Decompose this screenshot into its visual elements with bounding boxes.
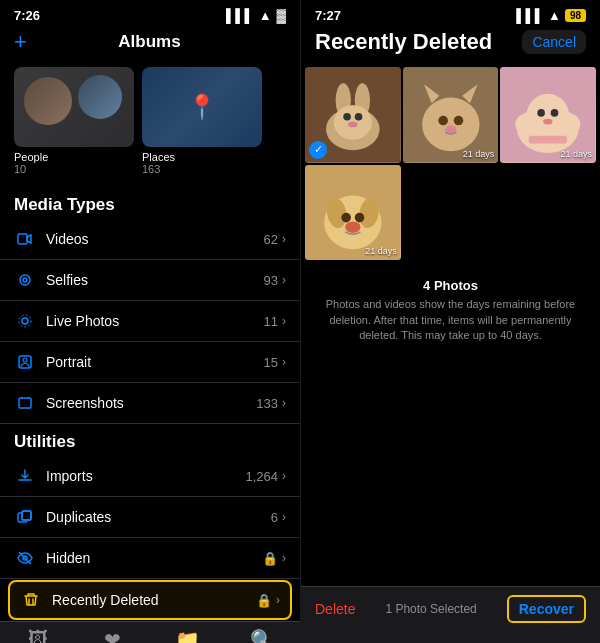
tab-for-you[interactable]: ❤ For You bbox=[75, 628, 150, 643]
portrait-count: 15 bbox=[264, 355, 278, 370]
portrait-item[interactable]: Portrait 15 › bbox=[0, 342, 300, 383]
svg-point-19 bbox=[355, 113, 363, 121]
search-tab-icon: 🔍 bbox=[250, 628, 275, 643]
eye-icon bbox=[14, 547, 36, 569]
photo-count: 4 Photos bbox=[315, 278, 586, 293]
svg-point-22 bbox=[422, 98, 479, 152]
selfie-icon bbox=[14, 269, 36, 291]
map-pin-icon: 📍 bbox=[187, 93, 217, 121]
svg-point-35 bbox=[543, 119, 553, 125]
recently-deleted-item[interactable]: Recently Deleted 🔒 › bbox=[8, 580, 292, 620]
right-signal-icon: ▌▌▌ bbox=[516, 8, 544, 23]
photos-grid: ✓ 21 days bbox=[301, 63, 600, 264]
duplicates-chevron: › bbox=[282, 510, 286, 524]
for-you-tab-icon: ❤ bbox=[104, 628, 121, 643]
portrait-label: Portrait bbox=[46, 354, 264, 370]
right-header: Recently Deleted Cancel bbox=[301, 27, 600, 63]
hamster-days: 21 days bbox=[560, 149, 592, 159]
face-1 bbox=[24, 77, 72, 125]
right-status-icons: ▌▌▌ ▲ 98 bbox=[516, 8, 586, 23]
videos-label: Videos bbox=[46, 231, 264, 247]
left-header: + Albums bbox=[0, 27, 300, 63]
selected-count-label: 1 Photo Selected bbox=[355, 602, 506, 616]
people-thumb bbox=[14, 67, 134, 147]
cat-days: 21 days bbox=[463, 149, 495, 159]
import-icon bbox=[14, 465, 36, 487]
selected-check-rabbit: ✓ bbox=[309, 141, 327, 159]
left-time: 7:26 bbox=[14, 8, 40, 23]
live-chevron: › bbox=[282, 314, 286, 328]
right-status-bar: 7:27 ▌▌▌ ▲ 98 bbox=[301, 0, 600, 27]
utilities-section-title: Utilities bbox=[0, 424, 300, 456]
video-icon bbox=[14, 228, 36, 250]
selfies-label: Selfies bbox=[46, 272, 264, 288]
face-2 bbox=[78, 75, 122, 119]
svg-point-6 bbox=[23, 358, 27, 362]
photo-cell-dog[interactable]: 21 days bbox=[305, 165, 401, 261]
svg-point-2 bbox=[23, 278, 27, 282]
hidden-item[interactable]: Hidden 🔒 › bbox=[0, 538, 300, 579]
svg-rect-7 bbox=[19, 398, 31, 408]
left-status-icons: ▌▌▌ ▲ ▓ bbox=[226, 8, 286, 23]
selfies-item[interactable]: Selfies 93 › bbox=[0, 260, 300, 301]
recently-deleted-lock-icon: 🔒 bbox=[256, 593, 272, 608]
svg-point-26 bbox=[453, 116, 463, 126]
info-text: Photos and videos show the days remainin… bbox=[315, 297, 586, 343]
videos-count: 62 bbox=[264, 232, 278, 247]
duplicates-item[interactable]: Duplicates 6 › bbox=[0, 497, 300, 538]
delete-button[interactable]: Delete bbox=[315, 601, 355, 617]
left-tab-bar: 🖼 Library ❤ For You 📁 Albums 🔍 Search bbox=[0, 621, 300, 643]
battery-icon: ▓ bbox=[277, 8, 286, 23]
people-count: 10 bbox=[14, 163, 134, 175]
tab-search[interactable]: 🔍 Search bbox=[225, 628, 300, 643]
imports-item[interactable]: Imports 1,264 › bbox=[0, 456, 300, 497]
selfies-count: 93 bbox=[264, 273, 278, 288]
screenshots-chevron: › bbox=[282, 396, 286, 410]
screenshots-item[interactable]: Screenshots 133 › bbox=[0, 383, 300, 424]
live-photos-label: Live Photos bbox=[46, 313, 264, 329]
videos-chevron: › bbox=[282, 232, 286, 246]
places-count: 163 bbox=[142, 163, 262, 175]
add-album-button[interactable]: + bbox=[14, 29, 27, 55]
dog-days: 21 days bbox=[365, 246, 397, 256]
svg-point-33 bbox=[538, 109, 546, 117]
hidden-chevron: › bbox=[282, 551, 286, 565]
recently-deleted-label: Recently Deleted bbox=[52, 592, 256, 608]
people-label: People bbox=[14, 151, 134, 163]
videos-item[interactable]: Videos 62 › bbox=[0, 219, 300, 260]
right-time: 7:27 bbox=[315, 8, 341, 23]
places-label: Places bbox=[142, 151, 262, 163]
people-album[interactable]: People 10 bbox=[14, 67, 134, 175]
svg-point-41 bbox=[341, 213, 351, 223]
svg-point-34 bbox=[551, 109, 559, 117]
svg-point-25 bbox=[438, 116, 448, 126]
imports-count: 1,264 bbox=[245, 469, 278, 484]
live-photos-item[interactable]: Live Photos 11 › bbox=[0, 301, 300, 342]
duplicates-label: Duplicates bbox=[46, 509, 271, 525]
media-types-section-title: Media Types bbox=[0, 187, 300, 219]
screenshot-icon bbox=[14, 392, 36, 414]
cancel-button[interactable]: Cancel bbox=[522, 30, 586, 54]
photo-cell-hamster[interactable]: 21 days bbox=[500, 67, 596, 163]
live-photos-count: 11 bbox=[264, 314, 278, 329]
recover-button[interactable]: Recover bbox=[507, 595, 586, 623]
svg-point-4 bbox=[19, 315, 31, 327]
duplicate-icon bbox=[14, 506, 36, 528]
bottom-action-bar: Delete 1 Photo Selected Recover bbox=[301, 586, 600, 643]
right-panel: 7:27 ▌▌▌ ▲ 98 Recently Deleted Cancel ✓ bbox=[300, 0, 600, 643]
svg-rect-0 bbox=[18, 234, 27, 244]
albums-title: Albums bbox=[35, 32, 264, 52]
portrait-icon bbox=[14, 351, 36, 373]
svg-point-31 bbox=[516, 113, 543, 136]
tab-library[interactable]: 🖼 Library bbox=[0, 628, 75, 643]
places-album[interactable]: 📍 Places 163 bbox=[142, 67, 262, 175]
tab-albums[interactable]: 📁 Albums bbox=[150, 628, 225, 643]
imports-chevron: › bbox=[282, 469, 286, 483]
photo-cell-rabbit[interactable]: ✓ bbox=[305, 67, 401, 163]
screenshots-label: Screenshots bbox=[46, 395, 256, 411]
svg-point-27 bbox=[445, 125, 456, 133]
places-thumb: 📍 bbox=[142, 67, 262, 147]
recently-deleted-title: Recently Deleted bbox=[315, 29, 492, 55]
photo-cell-cat[interactable]: 21 days bbox=[403, 67, 499, 163]
svg-point-18 bbox=[343, 113, 351, 121]
